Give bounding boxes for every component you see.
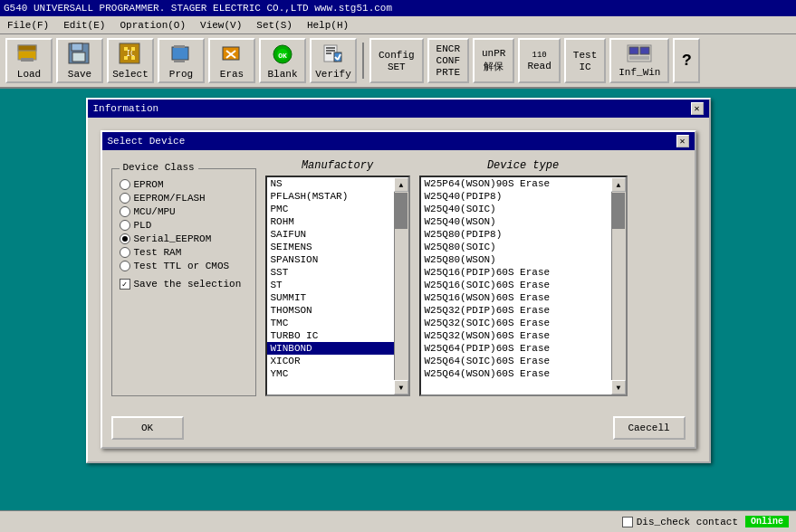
list-item[interactable]: PMC [267, 203, 408, 215]
manufactory-list-inner: NS PFLASH(MSTAR) PMC ROHM SAIFUN SEIMENS… [267, 177, 408, 394]
radio-test-ram-btn[interactable] [120, 247, 130, 258]
config-set-button[interactable]: Config SET [369, 38, 424, 83]
radio-eeprom-flash-btn[interactable] [120, 193, 130, 204]
unpr-button[interactable]: unPR 解保 [473, 38, 514, 83]
manufactory-selected-item[interactable]: WINBOND [267, 342, 408, 355]
ok-button[interactable]: OK [111, 416, 184, 440]
list-item[interactable]: W25Q64(SOIC)60S Erase [421, 355, 626, 367]
svg-rect-4 [72, 43, 82, 51]
scroll-down-arrow[interactable]: ▼ [611, 380, 626, 394]
list-item[interactable]: SST [267, 266, 408, 279]
list-item[interactable]: SPANSION [267, 253, 408, 266]
select-button[interactable]: IC Select [107, 38, 154, 83]
radio-pld-label: PLD [134, 220, 152, 231]
inf-win-button[interactable]: Inf_Win [609, 38, 669, 83]
save-selection-row[interactable]: ✓ Save the selection [120, 279, 248, 290]
list-item[interactable]: XICOR [267, 355, 408, 367]
eras-button[interactable]: Eras [208, 38, 255, 83]
cancel-button[interactable]: Caecell [613, 416, 686, 440]
scroll-up-arrow[interactable]: ▲ [394, 177, 408, 192]
list-item[interactable]: W25Q80(SOIC) [421, 241, 626, 253]
title-bar: G540 UNIVERSALL PROGRAMMER. STAGER ELECT… [0, 0, 796, 16]
device-type-list[interactable]: W25P64(WSON)90S Erase W25Q40(PDIP8) W25Q… [419, 176, 628, 396]
radio-pld-btn[interactable] [120, 220, 130, 231]
radio-eprom[interactable]: EPROM [120, 179, 248, 190]
list-item[interactable]: YMC [267, 367, 408, 380]
menu-set[interactable]: Set(S) [253, 19, 296, 32]
select-device-dialog: Select Device ✕ Device Class EPROM [101, 130, 696, 449]
list-item[interactable]: SAIFUN [267, 228, 408, 241]
list-item[interactable]: W25Q16(WSON)60S Erase [421, 291, 626, 304]
list-item[interactable]: W25Q40(SOIC) [421, 203, 626, 215]
load-button[interactable]: Load [5, 38, 53, 83]
radio-serial-eeprom[interactable]: Serial_EEPROM [120, 233, 248, 244]
svg-rect-13 [174, 45, 177, 48]
list-item[interactable]: W25Q32(SOIC)60S Erase [421, 317, 626, 329]
list-item[interactable]: W25Q80(PDIP8) [421, 228, 626, 241]
help-button[interactable]: ? [673, 38, 700, 83]
list-item[interactable]: ROHM [267, 215, 408, 228]
dis-check-checkbox[interactable] [622, 517, 633, 527]
read-button[interactable]: 110 Read [518, 38, 560, 83]
list-item[interactable]: SEIMENS [267, 241, 408, 253]
list-item[interactable]: W25Q80(WSON) [421, 253, 626, 266]
list-item[interactable]: TMC [267, 317, 408, 329]
save-button[interactable]: Save [56, 38, 103, 83]
manufactory-scrollbar[interactable]: ▲ ▼ [394, 177, 408, 394]
radio-mcu-mpu-btn[interactable] [120, 206, 130, 217]
device-class-legend: Device Class [120, 162, 198, 173]
list-item[interactable]: W25Q40(PDIP8) [421, 190, 626, 203]
radio-mcu-mpu[interactable]: MCU/MPU [120, 206, 248, 217]
menu-operation[interactable]: Opration(O) [116, 19, 189, 32]
list-item[interactable]: PFLASH(MSTAR) [267, 190, 408, 203]
list-item[interactable]: NS [267, 177, 408, 190]
test-ic-line2: IC [579, 62, 590, 72]
blank-button[interactable]: OK Blank [259, 38, 306, 83]
list-item[interactable]: W25Q16(SOIC)60S Erase [421, 279, 626, 291]
menu-help[interactable]: Help(H) [303, 19, 352, 32]
radio-test-ram[interactable]: Test RAM [120, 247, 248, 258]
list-item[interactable]: W25Q32(WSON)60S Erase [421, 329, 626, 342]
list-item[interactable]: SUMMIT [267, 291, 408, 304]
scroll-up-arrow[interactable]: ▲ [611, 177, 626, 192]
radio-serial-eeprom-btn[interactable] [120, 233, 130, 244]
list-item[interactable]: TURBO IC [267, 329, 408, 342]
list-item[interactable]: W25Q16(PDIP)60S Erase [421, 266, 626, 279]
scroll-thumb[interactable] [612, 193, 625, 229]
list-item[interactable]: W25Q64(WSON)60S Erase [421, 367, 626, 380]
manufactory-list[interactable]: NS PFLASH(MSTAR) PMC ROHM SAIFUN SEIMENS… [265, 176, 410, 396]
select-device-close-button[interactable]: ✕ [676, 135, 689, 147]
list-item[interactable]: W25Q32(PDIP)60S Erase [421, 304, 626, 317]
list-item[interactable]: THOMSON [267, 304, 408, 317]
radio-test-ttl-cmos[interactable]: Test TTL or CMOS [120, 261, 248, 271]
prog-button[interactable]: Prog [158, 38, 205, 83]
prog-icon [168, 42, 194, 67]
info-close-button[interactable]: ✕ [691, 102, 704, 115]
radio-eeprom-flash[interactable]: EEPROM/FLASH [120, 193, 248, 204]
radio-pld[interactable]: PLD [120, 220, 248, 231]
prog-label: Prog [169, 69, 193, 80]
radio-test-ttl-cmos-btn[interactable] [120, 261, 130, 271]
list-item[interactable]: W25Q40(WSON) [421, 215, 626, 228]
svg-rect-28 [326, 52, 331, 54]
manufactory-header: Manufactory [265, 159, 410, 172]
scroll-down-arrow[interactable]: ▼ [394, 380, 408, 394]
device-type-scrollbar[interactable]: ▲ ▼ [611, 177, 626, 394]
radio-eprom-btn[interactable] [120, 179, 130, 190]
svg-rect-15 [181, 45, 185, 48]
device-type-column: Device type W25P64(WSON)90S Erase W25Q40… [419, 159, 628, 396]
encr-conf-button[interactable]: ENCR CONF PRTE [427, 38, 469, 83]
list-item[interactable]: ST [267, 279, 408, 291]
menu-view[interactable]: View(V) [197, 19, 245, 32]
list-item[interactable]: W25P64(WSON)90S Erase [421, 177, 626, 190]
toolbar-separator [362, 43, 364, 79]
svg-rect-26 [326, 47, 335, 49]
unpr-line1: unPR [482, 48, 505, 59]
test-ic-button[interactable]: Test IC [564, 38, 606, 83]
menu-edit[interactable]: Edit(E) [60, 19, 109, 32]
list-item[interactable]: W25Q64(PDIP)60S Erase [421, 342, 626, 355]
verify-button[interactable]: Verify [310, 38, 357, 83]
save-selection-checkbox[interactable]: ✓ [120, 279, 130, 290]
scroll-thumb[interactable] [395, 193, 408, 229]
menu-file[interactable]: File(F) [4, 19, 53, 32]
